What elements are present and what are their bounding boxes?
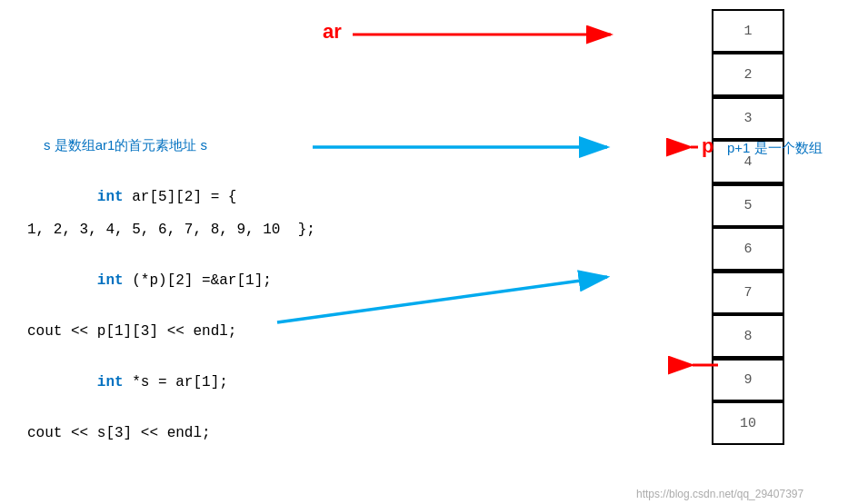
code-line-4: cout << p[1][3] << endl; <box>27 323 594 340</box>
array-area: 1 2 3 4 5 6 7 8 9 10 <box>612 0 848 504</box>
code-section-2: int (*p)[2] =&ar[1]; <box>27 256 594 305</box>
code-line-6: cout << s[3] << endl; <box>27 425 594 441</box>
array-cell-9: 9 <box>712 358 784 401</box>
code-line-1: int ar[5][2] = { <box>27 173 594 222</box>
code-line-2: 1, 2, 3, 4, 5, 6, 7, 8, 9, 10 }; <box>27 222 594 238</box>
array-cell-10: 10 <box>712 401 784 445</box>
code-text-1: ar[5][2] = { <box>124 189 237 205</box>
code-line-3: int (*p)[2] =&ar[1]; <box>27 256 594 305</box>
code-section-5: cout << s[3] << endl; <box>27 425 594 441</box>
array-cell-8: 8 <box>712 314 784 358</box>
code-text-2: (*p)[2] =&ar[1]; <box>124 272 272 289</box>
code-text-3: *s = ar[1]; <box>124 374 228 390</box>
array-grid: 1 2 3 4 5 6 7 8 9 10 <box>712 9 784 445</box>
code-section-3: cout << p[1][3] << endl; <box>27 323 594 340</box>
main-container: int ar[5][2] = { 1, 2, 3, 4, 5, 6, 7, 8,… <box>0 0 848 504</box>
code-section-4: int *s = ar[1]; <box>27 358 594 407</box>
array-cell-1: 1 <box>712 9 784 53</box>
array-cell-2: 2 <box>712 53 784 96</box>
code-area: int ar[5][2] = { 1, 2, 3, 4, 5, 6, 7, 8,… <box>0 0 612 504</box>
keyword-int-2: int <box>97 272 124 289</box>
array-cell-3: 3 <box>712 96 784 140</box>
code-section-1: int ar[5][2] = { 1, 2, 3, 4, 5, 6, 7, 8,… <box>27 173 594 238</box>
array-cell-5: 5 <box>712 183 784 227</box>
array-cell-6: 6 <box>712 227 784 271</box>
keyword-int-3: int <box>97 374 124 390</box>
keyword-int-1: int <box>97 189 124 205</box>
array-cell-4: 4 <box>712 140 784 183</box>
array-cell-7: 7 <box>712 271 784 314</box>
code-line-5: int *s = ar[1]; <box>27 358 594 407</box>
